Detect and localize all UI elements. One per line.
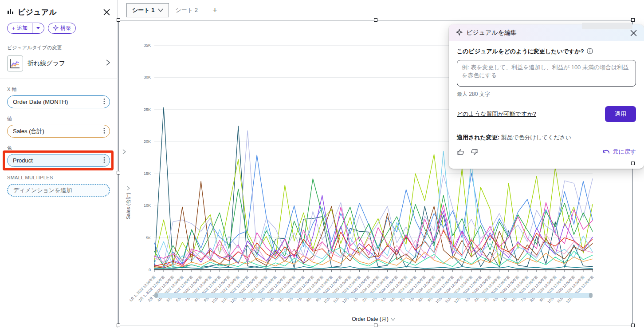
value-field-pill[interactable]: Sales (合計) xyxy=(7,125,110,138)
visual-type-name: 折れ線グラフ xyxy=(27,59,102,67)
x-axis-scrollbar[interactable] xyxy=(154,293,593,298)
value-well-label: 値 xyxy=(0,115,117,122)
tab-sheet-1-label: シート 1 xyxy=(132,6,154,14)
prompt-input[interactable] xyxy=(457,60,636,87)
apply-button[interactable]: 適用 xyxy=(605,106,636,122)
x-axis-well-label: X 軸 xyxy=(0,86,117,93)
resize-handle-bottom-mid[interactable] xyxy=(374,324,377,327)
small-multiples-placeholder: ディメンションを追加 xyxy=(13,186,105,194)
applied-change-label: 適用された変更: xyxy=(457,134,499,141)
y-axis-title[interactable]: Sales (合計) xyxy=(125,186,132,219)
build-button[interactable]: 構築 xyxy=(48,23,76,34)
svg-text:10K: 10K xyxy=(144,203,151,208)
sparkle-icon xyxy=(53,25,59,32)
chevron-down-icon xyxy=(127,186,130,190)
kebab-menu-icon[interactable] xyxy=(103,157,105,165)
add-split-button: + 追加 xyxy=(7,23,44,34)
resize-handle-bottom-left[interactable] xyxy=(117,324,120,327)
value-field-name: Sales (合計) xyxy=(13,127,103,135)
svg-text:20K: 20K xyxy=(144,139,151,144)
close-dialog-icon[interactable] xyxy=(630,30,637,36)
tab-sheet-2-label: シート 2 xyxy=(175,7,197,13)
add-button[interactable]: + 追加 xyxy=(8,23,32,33)
applied-change-text: 製品で色分けしてください xyxy=(501,134,571,141)
resize-handle-top-left[interactable] xyxy=(117,18,120,22)
color-field-pill[interactable]: Product xyxy=(7,154,110,167)
resize-handle-top-mid[interactable] xyxy=(374,18,377,22)
svg-text:15K: 15K xyxy=(144,171,151,176)
svg-text:5K: 5K xyxy=(146,236,151,240)
visual-type-label: ビジュアルタイプの変更 xyxy=(0,44,117,51)
undo-arrow-icon xyxy=(602,149,610,155)
close-panel-icon[interactable] xyxy=(103,9,110,16)
scrollbar-left-handle[interactable] xyxy=(154,293,158,298)
thumbs-down-icon[interactable] xyxy=(471,148,478,156)
undo-link[interactable]: 元に戻す xyxy=(602,148,636,156)
resize-handle-right-mid[interactable] xyxy=(631,162,635,165)
scrollbar-right-handle[interactable] xyxy=(589,293,593,298)
max-chars-hint: 最大 280 文字 xyxy=(457,91,636,98)
svg-text:25K: 25K xyxy=(144,107,151,112)
info-icon[interactable] xyxy=(587,48,593,55)
visual-options-menu-bar[interactable] xyxy=(582,23,632,29)
resize-handle-bottom-right[interactable] xyxy=(631,324,635,327)
build-button-label: 構築 xyxy=(60,24,71,32)
tab-sheet-1[interactable]: シート 1 xyxy=(126,3,169,17)
chevron-down-icon[interactable] xyxy=(158,7,163,13)
x-axis-title[interactable]: Order Date (月) xyxy=(352,316,395,323)
kebab-menu-icon[interactable] xyxy=(103,98,105,106)
sparkle-icon xyxy=(456,29,463,37)
color-field-name: Product xyxy=(13,157,103,164)
x-axis-field-pill[interactable]: Order Date (MONTH) xyxy=(7,95,110,108)
add-dropdown-caret[interactable] xyxy=(32,23,44,33)
svg-text:30K: 30K xyxy=(144,75,151,79)
small-multiples-label: SMALL MULTIPLES xyxy=(0,175,117,180)
dialog-question: このビジュアルをどのように変更したいですか? xyxy=(457,47,584,55)
help-questions-link[interactable]: どのような質問が可能ですか? xyxy=(457,110,536,118)
sheet-tab-bar: シート 1 シート 2 + xyxy=(118,0,644,20)
chevron-right-icon[interactable] xyxy=(106,59,110,67)
add-button-label: 追加 xyxy=(17,24,27,32)
add-sheet-button[interactable]: + xyxy=(208,5,222,15)
undo-link-label: 元に戻す xyxy=(613,148,636,156)
x-axis-title-text: Order Date (月) xyxy=(352,316,389,323)
small-multiples-drop-zone[interactable]: ディメンションを追加 xyxy=(7,184,110,197)
x-axis-field-name: Order Date (MONTH) xyxy=(13,99,103,105)
thumbs-up-icon[interactable] xyxy=(457,148,464,156)
plus-icon: + xyxy=(12,25,15,32)
svg-text:35K: 35K xyxy=(144,43,151,47)
y-axis-title-text: Sales (合計) xyxy=(125,193,132,219)
axis-collapse-chevron-icon[interactable] xyxy=(122,148,126,156)
tab-separator xyxy=(206,6,206,14)
visual-type-row[interactable]: 折れ線グラフ xyxy=(0,54,117,79)
line-chart-type-icon xyxy=(7,55,23,71)
panel-title: ビジュアル xyxy=(18,7,57,17)
color-well-label: 色 xyxy=(0,145,117,151)
visual-properties-panel: ビジュアル + 追加 構築 xyxy=(0,0,118,328)
resize-handle-top-right[interactable] xyxy=(631,18,635,22)
quicksight-analysis-window: ビジュアル + 追加 構築 xyxy=(0,0,644,328)
dialog-title: ビジュアルを編集 xyxy=(466,29,517,37)
kebab-menu-icon[interactable] xyxy=(103,127,105,135)
tab-sheet-2[interactable]: シート 2 xyxy=(169,4,204,17)
bar-chart-icon xyxy=(7,8,14,17)
edit-visual-dialog: ビジュアルを編集 このビジュアルをどのように変更したいですか? 最大 280 文… xyxy=(449,24,644,169)
resize-handle-left-mid[interactable] xyxy=(117,171,120,174)
chevron-down-icon xyxy=(391,318,395,321)
svg-text:0: 0 xyxy=(149,268,151,272)
